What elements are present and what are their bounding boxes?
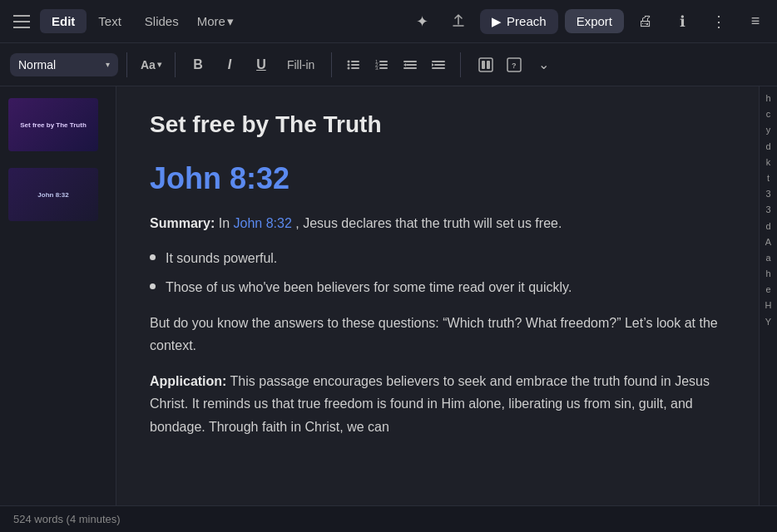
nav-right-actions: ✦ ▶ Preach Export 🖨 ℹ ⋮ ≡ [407, 7, 770, 37]
scripture-reference: John 8:32 [150, 161, 725, 196]
bullet-list-button[interactable] [340, 52, 367, 78]
export-button[interactable]: Export [565, 9, 624, 33]
svg-text:3.: 3. [375, 66, 379, 71]
summary-label: Summary: [150, 216, 215, 230]
bullet-text-2: Those of us who've been believers for so… [166, 277, 572, 298]
info-icon[interactable]: ℹ [667, 7, 697, 37]
svg-point-4 [348, 66, 350, 69]
summary-paragraph: Summary: In John 8:32 , Jesus declares t… [150, 213, 725, 234]
slides-panel: Set free by The Truth John 8:32 [0, 86, 116, 505]
svg-rect-14 [403, 67, 417, 69]
bullet-text-1: It sounds powerful. [166, 248, 277, 269]
svg-rect-13 [406, 64, 417, 66]
application-label: Application: [150, 374, 226, 388]
increase-indent-button[interactable] [425, 52, 452, 78]
svg-rect-15 [432, 61, 445, 62]
style-dropdown-arrow: ▾ [106, 60, 110, 69]
content-area[interactable]: Set free by The Truth John 8:32 Summary:… [116, 86, 759, 505]
body-paragraph: But do you know the answers to these que… [150, 312, 725, 357]
bullet-dot-1 [150, 254, 156, 260]
overflow-menu-icon[interactable]: ⋮ [704, 7, 734, 37]
svg-rect-9 [379, 64, 388, 66]
svg-text:?: ? [512, 62, 517, 70]
print-icon[interactable]: 🖨 [631, 7, 661, 37]
numbered-list-button[interactable]: 1.2.3. [369, 52, 395, 78]
list-item: Those of us who've been believers for so… [150, 277, 725, 298]
font-size-button[interactable]: Aa ▾ [136, 51, 166, 79]
slide-1-preview: Set free by The Truth [8, 98, 98, 151]
fillin-button[interactable]: Fill-in [279, 53, 323, 76]
svg-rect-16 [434, 64, 445, 66]
bold-button[interactable]: B [184, 51, 212, 79]
slide-thumb-1[interactable]: Set free by The Truth [7, 96, 100, 153]
nav-more-button[interactable]: More ▾ [191, 9, 240, 34]
svg-point-2 [348, 63, 350, 66]
svg-rect-17 [432, 67, 445, 69]
toolbar: Normal ▾ Aa ▾ B I U Fill-in 1.2.3. ? ⌄ [0, 43, 777, 86]
view-format-group: ? [473, 52, 527, 78]
share-icon[interactable] [443, 7, 473, 37]
svg-rect-20 [487, 61, 490, 69]
sparkle-icon[interactable]: ✦ [407, 7, 437, 37]
svg-rect-19 [482, 61, 485, 69]
application-paragraph: Application: This passage encourages bel… [150, 370, 725, 438]
application-text: This passage encourages believers to see… [150, 374, 710, 433]
toolbar-separator-1 [126, 52, 127, 77]
preach-button[interactable]: ▶ Preach [480, 9, 558, 34]
list-item: It sounds powerful. [150, 248, 725, 269]
toolbar-separator-4 [460, 52, 461, 77]
scripture-link[interactable]: John 8:32 [234, 216, 292, 230]
toolbar-overflow-button[interactable]: ⌄ [531, 52, 556, 77]
italic-button[interactable]: I [215, 51, 244, 79]
list-format-group: 1.2.3. [340, 52, 452, 78]
toolbar-separator-2 [175, 52, 176, 77]
svg-rect-12 [403, 61, 417, 62]
layout-view-button[interactable] [473, 52, 499, 78]
svg-rect-5 [351, 67, 359, 69]
nav-tab-text[interactable]: Text [87, 9, 133, 33]
menu-button[interactable] [7, 7, 37, 37]
right-panel: h c y d k t 3 3 d A a h e H Y [759, 86, 777, 505]
nav-tab-slides[interactable]: Slides [133, 9, 191, 33]
main-area: Set free by The Truth John 8:32 Set free… [0, 86, 777, 505]
sidebar-toggle-icon[interactable]: ≡ [740, 7, 770, 37]
top-nav: Edit Text Slides More ▾ ✦ ▶ Preach Expor… [0, 0, 777, 43]
decrease-indent-button[interactable] [397, 52, 423, 78]
nav-tabs: Edit Text Slides More ▾ [40, 9, 407, 34]
help-format-button[interactable]: ? [501, 52, 527, 78]
bullet-dot-2 [150, 283, 156, 289]
nav-tab-edit[interactable]: Edit [40, 9, 87, 33]
status-bar: 524 words (4 minutes) [0, 505, 777, 532]
summary-body: , Jesus declares that the truth will set… [295, 216, 562, 230]
svg-point-0 [348, 60, 350, 62]
svg-rect-18 [479, 58, 492, 71]
slide-title: Set free by The Truth [150, 111, 725, 138]
toolbar-separator-3 [331, 52, 332, 77]
slide-2-preview: John 8:32 [8, 168, 98, 221]
word-count: 524 words (4 minutes) [13, 513, 121, 525]
style-label: Normal [18, 58, 99, 71]
svg-rect-11 [379, 67, 388, 69]
underline-button[interactable]: U [247, 51, 275, 79]
slide-thumb-2[interactable]: John 8:32 [7, 166, 100, 223]
svg-rect-3 [351, 64, 359, 66]
bullet-list: It sounds powerful. Those of us who've b… [150, 248, 725, 298]
svg-rect-1 [351, 61, 359, 62]
svg-rect-7 [379, 61, 388, 62]
style-selector[interactable]: Normal ▾ [10, 53, 118, 76]
